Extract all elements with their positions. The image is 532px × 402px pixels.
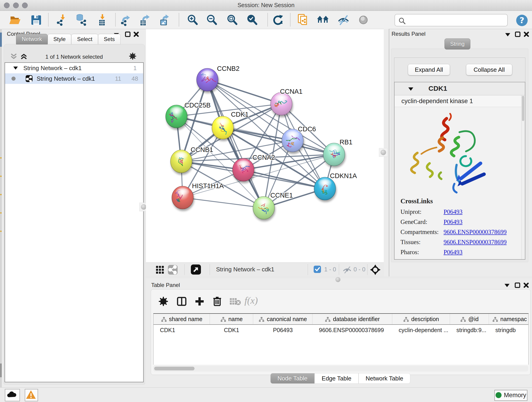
zoom-fit-button[interactable] xyxy=(226,13,239,26)
crosslink-label: GeneCard: xyxy=(400,218,443,225)
window-title: Session: New Session xyxy=(0,2,532,8)
table-cell[interactable]: CDK1 xyxy=(153,325,210,335)
table-cell[interactable]: CDK1 xyxy=(210,325,253,335)
tab-select[interactable]: Select xyxy=(71,34,98,45)
export-image-button[interactable] xyxy=(159,13,172,26)
graph-node-hist1h1a[interactable]: HIST1H1A xyxy=(172,182,224,209)
zoom-in-button[interactable] xyxy=(186,13,199,26)
crosslink-link[interactable]: P06493 xyxy=(443,208,462,215)
panel-float-icon[interactable] xyxy=(515,282,520,288)
results-scrollbar[interactable] xyxy=(521,95,525,259)
first-neighbors-button[interactable] xyxy=(317,13,329,26)
column-header[interactable]: description xyxy=(392,314,450,324)
network-canvas[interactable]: CCNB2CCNA1CDC25BCDK1CDC6RB1CCNB1CCNA2CDK… xyxy=(146,29,384,263)
column-header[interactable]: database identifier xyxy=(312,314,392,324)
graph-node-cdk1[interactable]: CDK1 xyxy=(212,111,249,139)
save-session-button[interactable] xyxy=(30,13,43,26)
export-table-button[interactable] xyxy=(139,13,152,26)
panel-collapse-icon[interactable] xyxy=(505,33,510,36)
search-icon xyxy=(398,17,406,25)
crosslink-link[interactable]: 9606.ENSP00000378699 xyxy=(443,229,507,235)
crosslink-label: Compartments: xyxy=(400,229,443,236)
delete-column-trash-icon[interactable] xyxy=(212,296,222,306)
panel-close-icon[interactable] xyxy=(133,32,139,37)
crosslink-link[interactable]: P06493 xyxy=(443,249,462,255)
table-options-gear-icon[interactable] xyxy=(158,296,168,306)
birds-eye-crosshair-icon[interactable] xyxy=(370,264,380,275)
main-toolbar: ? xyxy=(0,11,532,29)
cloud-status-button[interactable] xyxy=(5,389,20,401)
toolbar-separator xyxy=(267,13,268,26)
title-bar: Session: New Session xyxy=(0,0,532,11)
crosslink-row: Compartments:9606.ENSP00000378699 xyxy=(400,229,507,239)
network-options-gear-icon[interactable] xyxy=(129,52,137,60)
add-column-icon[interactable] xyxy=(195,296,205,306)
protein-section-header[interactable]: CDK1 xyxy=(394,82,525,95)
graph-node-ccna1[interactable]: CCNA1 xyxy=(271,88,302,115)
column-header[interactable]: canonical name xyxy=(253,314,312,324)
table-cell[interactable]: stringdb:9... xyxy=(450,325,489,335)
table-cell[interactable]: 9606.ENSP00000378699 xyxy=(312,325,392,335)
show-columns-icon[interactable] xyxy=(177,296,187,306)
graph-node-rb1[interactable]: RB1 xyxy=(323,138,352,166)
panel-close-icon[interactable] xyxy=(523,282,529,288)
tab-string-wrap: String xyxy=(444,38,470,50)
open-session-button[interactable] xyxy=(9,13,22,26)
column-header[interactable]: name xyxy=(210,314,253,324)
hide-selected-button[interactable] xyxy=(337,13,350,26)
section-expander-icon[interactable] xyxy=(408,87,413,91)
tab-sets[interactable]: Sets xyxy=(98,34,120,45)
network-row[interactable]: String Network – cdk1 11 48 xyxy=(5,73,143,84)
expand-all-button[interactable]: Expand All xyxy=(408,64,450,75)
export-network-button[interactable] xyxy=(120,13,133,26)
refresh-layout-button[interactable] xyxy=(272,13,284,26)
help-button[interactable]: ? xyxy=(515,14,528,27)
import-network-from-database-button[interactable] xyxy=(75,13,88,26)
zoom-selected-button[interactable] xyxy=(246,13,259,26)
graph-node-ccne1[interactable]: CCNE1 xyxy=(253,191,293,219)
tab-node-table[interactable]: Node Table xyxy=(270,373,315,384)
search-input[interactable] xyxy=(408,15,503,25)
zoom-out-button[interactable] xyxy=(205,13,218,26)
table-cell[interactable]: stringdb xyxy=(489,325,529,335)
clone-network-button[interactable] xyxy=(297,13,309,26)
column-type-icon xyxy=(460,317,466,322)
network-type-icon xyxy=(26,75,32,82)
graph-node-cdc6[interactable]: CDC6 xyxy=(282,125,316,152)
column-header[interactable]: namespac xyxy=(489,314,529,324)
right-splitter-handle[interactable] xyxy=(379,148,388,157)
crosslink-link[interactable]: 9606.ENSP00000378699 xyxy=(443,239,507,245)
grid-view-icon[interactable] xyxy=(156,265,164,274)
open-in-window-icon[interactable] xyxy=(191,264,201,274)
graph-node-ccnb1[interactable]: CCNB1 xyxy=(171,146,213,173)
tab-string[interactable]: String xyxy=(444,38,470,50)
tab-network-table[interactable]: Network Table xyxy=(359,373,410,384)
warnings-button[interactable] xyxy=(25,389,38,401)
network-view-icon[interactable] xyxy=(168,265,177,274)
import-table-button[interactable] xyxy=(95,13,108,26)
column-header[interactable]: shared name xyxy=(153,314,210,324)
panel-close-icon[interactable] xyxy=(524,32,529,37)
panel-collapse-icon[interactable] xyxy=(505,284,510,287)
crosslink-link[interactable]: P06493 xyxy=(443,218,462,225)
panel-float-icon[interactable] xyxy=(515,32,520,37)
warning-icon xyxy=(25,389,37,400)
table-row[interactable]: CDK1CDK1P064939606.ENSP00000378699cyclin… xyxy=(153,325,528,335)
tab-edge-table[interactable]: Edge Table xyxy=(315,373,359,384)
network-collection-row[interactable]: String Network – cdk1 1 xyxy=(5,63,143,73)
memory-button[interactable]: Memory xyxy=(494,390,527,401)
column-type-icon xyxy=(403,317,409,322)
table-cell[interactable]: cyclin-dependent ... xyxy=(392,325,450,335)
tab-style[interactable]: Style xyxy=(48,34,71,45)
graph-node-cdkn1a[interactable]: CDKN1A xyxy=(314,172,357,200)
panel-float-icon[interactable] xyxy=(125,32,131,37)
table-horizontal-scrollbar[interactable] xyxy=(153,366,528,371)
tree-expander-icon[interactable] xyxy=(13,66,18,70)
table-cell[interactable]: P06493 xyxy=(253,325,312,335)
collapse-all-button[interactable]: Collapse All xyxy=(466,64,512,75)
show-all-button[interactable] xyxy=(357,13,370,26)
selected-checkbox-icon[interactable] xyxy=(314,266,321,273)
tab-network[interactable]: Network xyxy=(16,34,48,45)
column-header[interactable]: @id xyxy=(450,314,489,324)
import-network-button[interactable] xyxy=(56,13,69,26)
